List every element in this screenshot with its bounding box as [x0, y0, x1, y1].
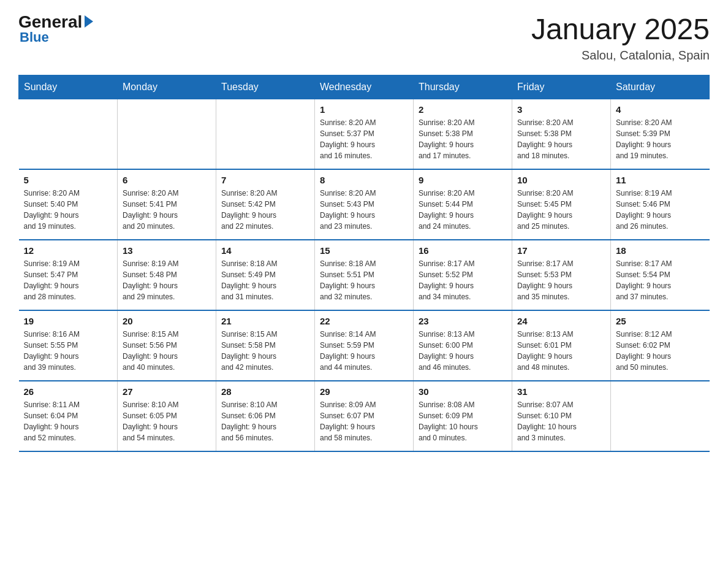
calendar-cell: 23Sunrise: 8:13 AM Sunset: 6:00 PM Dayli… [414, 310, 512, 381]
day-info: Sunrise: 8:20 AM Sunset: 5:41 PM Dayligh… [123, 188, 211, 232]
day-number: 6 [123, 175, 211, 185]
day-info: Sunrise: 8:11 AM Sunset: 6:04 PM Dayligh… [24, 399, 113, 443]
calendar-header-saturday: Saturday [611, 75, 710, 99]
day-info: Sunrise: 8:20 AM Sunset: 5:40 PM Dayligh… [24, 188, 113, 232]
day-info: Sunrise: 8:17 AM Sunset: 5:53 PM Dayligh… [517, 258, 605, 302]
calendar-cell: 20Sunrise: 8:15 AM Sunset: 5:56 PM Dayli… [118, 310, 216, 381]
calendar-cell: 12Sunrise: 8:19 AM Sunset: 5:47 PM Dayli… [19, 240, 118, 310]
day-number: 15 [320, 245, 408, 256]
day-number: 10 [517, 175, 605, 185]
day-info: Sunrise: 8:18 AM Sunset: 5:49 PM Dayligh… [221, 258, 309, 302]
calendar-header-sunday: Sunday [19, 75, 118, 99]
calendar-cell: 24Sunrise: 8:13 AM Sunset: 6:01 PM Dayli… [512, 310, 611, 381]
calendar-cell: 3Sunrise: 8:20 AM Sunset: 5:38 PM Daylig… [512, 99, 611, 170]
calendar-header-friday: Friday [512, 75, 611, 99]
day-number: 22 [320, 316, 408, 326]
calendar-cell: 5Sunrise: 8:20 AM Sunset: 5:40 PM Daylig… [19, 169, 118, 240]
day-info: Sunrise: 8:20 AM Sunset: 5:39 PM Dayligh… [616, 117, 705, 161]
calendar-cell [611, 381, 710, 451]
day-info: Sunrise: 8:07 AM Sunset: 6:10 PM Dayligh… [517, 399, 605, 443]
calendar-cell: 2Sunrise: 8:20 AM Sunset: 5:38 PM Daylig… [414, 99, 512, 170]
calendar-cell: 10Sunrise: 8:20 AM Sunset: 5:45 PM Dayli… [512, 169, 611, 240]
day-number: 28 [221, 386, 309, 397]
calendar-header-tuesday: Tuesday [216, 75, 315, 99]
logo-arrow-icon [85, 15, 93, 28]
day-info: Sunrise: 8:19 AM Sunset: 5:47 PM Dayligh… [24, 258, 113, 302]
day-info: Sunrise: 8:20 AM Sunset: 5:45 PM Dayligh… [517, 188, 605, 232]
day-info: Sunrise: 8:19 AM Sunset: 5:46 PM Dayligh… [616, 188, 705, 232]
calendar-cell: 19Sunrise: 8:16 AM Sunset: 5:55 PM Dayli… [19, 310, 118, 381]
day-info: Sunrise: 8:16 AM Sunset: 5:55 PM Dayligh… [24, 329, 113, 373]
calendar-header-row: SundayMondayTuesdayWednesdayThursdayFrid… [19, 75, 710, 99]
calendar-cell: 25Sunrise: 8:12 AM Sunset: 6:02 PM Dayli… [611, 310, 710, 381]
day-info: Sunrise: 8:15 AM Sunset: 5:58 PM Dayligh… [221, 329, 309, 373]
day-number: 25 [616, 316, 705, 326]
calendar-cell: 22Sunrise: 8:14 AM Sunset: 5:59 PM Dayli… [315, 310, 414, 381]
day-number: 26 [24, 386, 113, 397]
day-info: Sunrise: 8:12 AM Sunset: 6:02 PM Dayligh… [616, 329, 705, 373]
calendar-cell [19, 99, 118, 170]
day-info: Sunrise: 8:17 AM Sunset: 5:54 PM Dayligh… [616, 258, 705, 302]
day-number: 31 [517, 386, 605, 397]
day-number: 4 [616, 104, 705, 115]
day-info: Sunrise: 8:14 AM Sunset: 5:59 PM Dayligh… [320, 329, 408, 373]
day-number: 27 [123, 386, 211, 397]
calendar-header-wednesday: Wednesday [315, 75, 414, 99]
calendar-cell: 21Sunrise: 8:15 AM Sunset: 5:58 PM Dayli… [216, 310, 315, 381]
day-info: Sunrise: 8:19 AM Sunset: 5:48 PM Dayligh… [123, 258, 211, 302]
day-info: Sunrise: 8:18 AM Sunset: 5:51 PM Dayligh… [320, 258, 408, 302]
day-number: 13 [123, 245, 211, 256]
calendar-cell [216, 99, 315, 170]
day-number: 29 [320, 386, 408, 397]
day-number: 19 [24, 316, 113, 326]
day-info: Sunrise: 8:08 AM Sunset: 6:09 PM Dayligh… [419, 399, 507, 443]
day-info: Sunrise: 8:20 AM Sunset: 5:42 PM Dayligh… [221, 188, 309, 232]
calendar-cell: 6Sunrise: 8:20 AM Sunset: 5:41 PM Daylig… [118, 169, 216, 240]
calendar-week-row: 19Sunrise: 8:16 AM Sunset: 5:55 PM Dayli… [19, 310, 710, 381]
day-info: Sunrise: 8:13 AM Sunset: 6:01 PM Dayligh… [517, 329, 605, 373]
calendar-cell: 1Sunrise: 8:20 AM Sunset: 5:37 PM Daylig… [315, 99, 414, 170]
calendar-cell: 15Sunrise: 8:18 AM Sunset: 5:51 PM Dayli… [315, 240, 414, 310]
calendar-cell: 14Sunrise: 8:18 AM Sunset: 5:49 PM Dayli… [216, 240, 315, 310]
page-header: General Blue January 2025 Salou, Catalon… [18, 12, 710, 63]
day-info: Sunrise: 8:10 AM Sunset: 6:06 PM Dayligh… [221, 399, 309, 443]
day-number: 18 [616, 245, 705, 256]
day-number: 30 [419, 386, 507, 397]
logo: General Blue [18, 12, 93, 45]
day-number: 14 [221, 245, 309, 256]
calendar-cell: 9Sunrise: 8:20 AM Sunset: 5:44 PM Daylig… [414, 169, 512, 240]
day-info: Sunrise: 8:10 AM Sunset: 6:05 PM Dayligh… [123, 399, 211, 443]
calendar-cell: 13Sunrise: 8:19 AM Sunset: 5:48 PM Dayli… [118, 240, 216, 310]
day-info: Sunrise: 8:20 AM Sunset: 5:43 PM Dayligh… [320, 188, 408, 232]
calendar-header-thursday: Thursday [414, 75, 512, 99]
calendar-header-monday: Monday [118, 75, 216, 99]
calendar-cell [118, 99, 216, 170]
day-number: 24 [517, 316, 605, 326]
calendar-cell: 31Sunrise: 8:07 AM Sunset: 6:10 PM Dayli… [512, 381, 611, 451]
day-info: Sunrise: 8:20 AM Sunset: 5:38 PM Dayligh… [419, 117, 507, 161]
calendar-week-row: 1Sunrise: 8:20 AM Sunset: 5:37 PM Daylig… [19, 99, 710, 170]
day-number: 8 [320, 175, 408, 185]
day-number: 3 [517, 104, 605, 115]
calendar-week-row: 26Sunrise: 8:11 AM Sunset: 6:04 PM Dayli… [19, 381, 710, 451]
day-number: 9 [419, 175, 507, 185]
calendar-cell: 17Sunrise: 8:17 AM Sunset: 5:53 PM Dayli… [512, 240, 611, 310]
calendar-table: SundayMondayTuesdayWednesdayThursdayFrid… [18, 75, 710, 452]
day-info: Sunrise: 8:20 AM Sunset: 5:38 PM Dayligh… [517, 117, 605, 161]
day-number: 5 [24, 175, 113, 185]
day-number: 12 [24, 245, 113, 256]
calendar-week-row: 12Sunrise: 8:19 AM Sunset: 5:47 PM Dayli… [19, 240, 710, 310]
day-info: Sunrise: 8:15 AM Sunset: 5:56 PM Dayligh… [123, 329, 211, 373]
day-number: 17 [517, 245, 605, 256]
calendar-cell: 27Sunrise: 8:10 AM Sunset: 6:05 PM Dayli… [118, 381, 216, 451]
day-number: 20 [123, 316, 211, 326]
title-block: January 2025 Salou, Catalonia, Spain [531, 12, 710, 63]
calendar-cell: 29Sunrise: 8:09 AM Sunset: 6:07 PM Dayli… [315, 381, 414, 451]
day-info: Sunrise: 8:20 AM Sunset: 5:44 PM Dayligh… [419, 188, 507, 232]
logo-blue-text: Blue [20, 29, 49, 45]
location-subtitle: Salou, Catalonia, Spain [531, 48, 710, 63]
day-number: 2 [419, 104, 507, 115]
calendar-cell: 4Sunrise: 8:20 AM Sunset: 5:39 PM Daylig… [611, 99, 710, 170]
day-info: Sunrise: 8:20 AM Sunset: 5:37 PM Dayligh… [320, 117, 408, 161]
day-number: 1 [320, 104, 408, 115]
